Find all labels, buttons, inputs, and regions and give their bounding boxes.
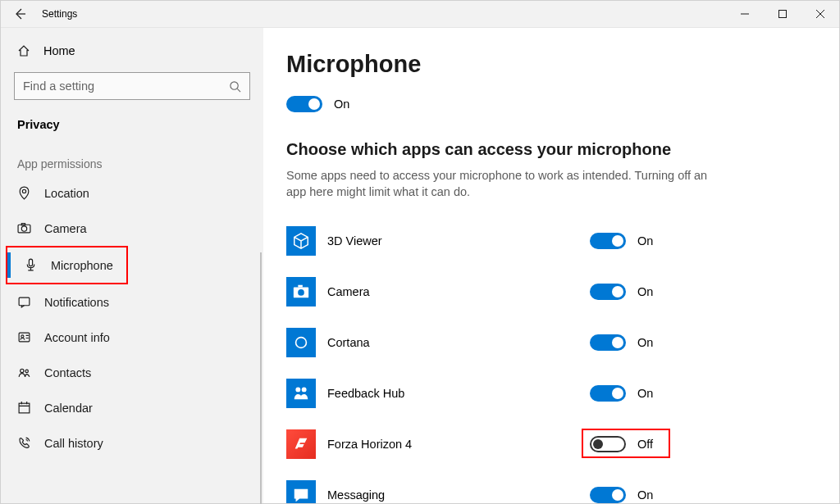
svg-rect-15 — [298, 284, 303, 287]
sidebar-item-label: Call history — [44, 437, 103, 450]
sidebar: Home Find a setting Privacy App permissi… — [1, 28, 263, 503]
app-row-3dviewer: 3D Viewer On — [286, 216, 746, 266]
content-pane: Microphone On Choose which apps can acce… — [263, 28, 839, 503]
section-title: Privacy — [1, 108, 263, 141]
window-title: Settings — [39, 8, 77, 20]
group-label: App permissions — [1, 141, 263, 175]
page-title: Microphone — [286, 51, 839, 78]
svg-point-11 — [25, 370, 28, 372]
messaging-icon — [286, 480, 316, 503]
app-name: 3D Viewer — [327, 234, 590, 247]
svg-point-10 — [21, 369, 24, 372]
svg-rect-6 — [29, 259, 32, 266]
microphone-icon — [24, 258, 38, 272]
app-name: Messaging — [327, 488, 590, 502]
toggle-forza[interactable] — [590, 436, 626, 452]
app-row-messaging: Messaging On — [286, 470, 746, 503]
forza-icon — [286, 429, 316, 459]
app-row-feedback: Feedback Hub On — [286, 368, 746, 419]
sidebar-item-location[interactable]: Location — [1, 175, 263, 211]
toggle-cortana[interactable] — [590, 334, 626, 351]
back-button[interactable] — [1, 1, 39, 28]
home-icon — [17, 44, 30, 57]
app-name: Camera — [327, 285, 590, 298]
app-row-cortana: Cortana On — [286, 317, 746, 368]
callhistory-icon — [17, 436, 31, 450]
microphone-master-toggle[interactable] — [286, 96, 322, 112]
home-link[interactable]: Home — [1, 36, 263, 66]
search-input[interactable]: Find a setting — [14, 72, 250, 100]
cortana-icon — [286, 328, 316, 357]
cube-icon — [286, 226, 316, 256]
sidebar-item-call-history[interactable]: Call history — [1, 425, 263, 461]
app-name: Forza Horizon 4 — [327, 438, 590, 451]
sidebar-item-label: Notifications — [44, 296, 109, 309]
toggle-label: On — [637, 234, 653, 247]
search-icon — [229, 80, 241, 93]
sidebar-item-label: Microphone — [51, 259, 113, 272]
titlebar: Settings — [1, 1, 839, 28]
master-toggle-label: On — [334, 98, 349, 111]
notifications-icon — [17, 295, 31, 309]
camera-icon — [17, 221, 31, 235]
feedback-icon — [286, 379, 316, 408]
sidebar-item-label: Camera — [44, 222, 87, 235]
sidebar-item-label: Account info — [44, 331, 110, 344]
toggle-3dviewer[interactable] — [590, 233, 626, 249]
app-name: Feedback Hub — [327, 387, 590, 400]
sidebar-item-notifications[interactable]: Notifications — [1, 284, 263, 320]
toggle-camera[interactable] — [590, 284, 626, 300]
sidebar-item-label: Contacts — [44, 366, 91, 379]
toggle-label: On — [637, 285, 653, 298]
sidebar-item-label: Location — [44, 187, 89, 200]
contacts-icon — [17, 366, 31, 379]
sidebar-item-calendar[interactable]: Calendar — [1, 390, 263, 425]
app-row-forza: Forza Horizon 4 Off — [286, 419, 746, 470]
account-icon — [17, 330, 31, 344]
app-name: Cortana — [327, 336, 590, 349]
toggle-feedback[interactable] — [590, 385, 626, 402]
svg-point-4 — [21, 226, 26, 231]
sidebar-item-contacts[interactable]: Contacts — [1, 355, 263, 390]
svg-rect-0 — [779, 11, 787, 18]
toggle-label: On — [637, 387, 653, 400]
svg-point-1 — [231, 81, 238, 89]
sidebar-item-label: Calendar — [44, 402, 93, 415]
toggle-messaging[interactable] — [590, 487, 626, 503]
location-icon — [17, 186, 31, 200]
sidebar-item-camera[interactable]: Camera — [1, 211, 263, 246]
svg-rect-7 — [19, 297, 30, 306]
svg-point-16 — [296, 337, 307, 347]
home-label: Home — [43, 44, 75, 57]
svg-point-14 — [298, 289, 304, 296]
svg-point-18 — [302, 387, 307, 392]
svg-point-2 — [22, 189, 25, 193]
sidebar-item-account[interactable]: Account info — [1, 320, 263, 355]
app-row-camera: Camera On — [286, 266, 746, 317]
sidebar-item-microphone[interactable]: Microphone — [7, 247, 126, 283]
sidebar-scrollbar[interactable] — [260, 252, 262, 504]
section-description: Some apps need to access your microphone… — [286, 167, 713, 201]
calendar-icon — [17, 401, 31, 415]
svg-point-9 — [21, 335, 24, 338]
camera-app-icon — [286, 277, 316, 306]
toggle-label: On — [637, 336, 653, 349]
svg-rect-8 — [19, 333, 30, 342]
close-button[interactable] — [801, 1, 839, 28]
svg-point-17 — [295, 387, 300, 392]
maximize-button[interactable] — [764, 1, 801, 28]
toggle-label: On — [637, 488, 653, 502]
minimize-button[interactable] — [726, 1, 764, 28]
section-heading: Choose which apps can access your microp… — [286, 140, 839, 159]
search-placeholder: Find a setting — [23, 79, 229, 93]
